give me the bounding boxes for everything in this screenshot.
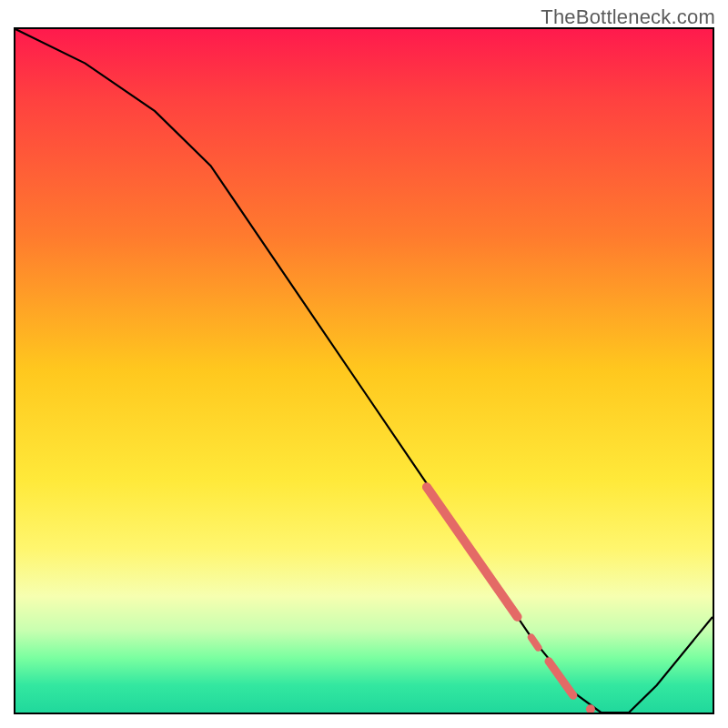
highlight-segment — [549, 662, 573, 696]
highlight-segments — [427, 487, 595, 713]
highlight-segment — [427, 487, 518, 617]
highlight-segment — [531, 637, 539, 647]
bottleneck-curve — [15, 29, 713, 713]
plot-area — [14, 27, 714, 714]
highlight-point — [586, 704, 595, 713]
bottleneck-chart: TheBottleneck.com — [0, 0, 728, 728]
watermark-text: TheBottleneck.com — [541, 5, 715, 29]
chart-overlay-svg — [15, 29, 713, 713]
